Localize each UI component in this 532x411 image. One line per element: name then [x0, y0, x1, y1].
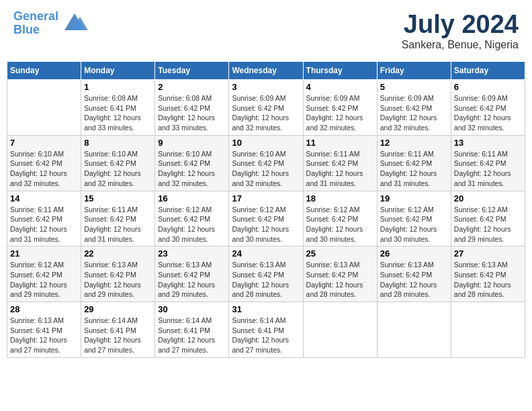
calendar-cell: 25Sunrise: 6:13 AM Sunset: 6:42 PM Dayli… — [303, 246, 377, 302]
cell-info: Sunrise: 6:14 AM Sunset: 6:41 PM Dayligh… — [232, 316, 300, 355]
calendar-cell: 1Sunrise: 6:08 AM Sunset: 6:41 PM Daylig… — [81, 80, 155, 136]
calendar-cell: 27Sunrise: 6:13 AM Sunset: 6:42 PM Dayli… — [451, 246, 525, 302]
day-number: 2 — [158, 82, 226, 92]
day-number: 11 — [306, 138, 374, 148]
day-number: 24 — [232, 248, 300, 259]
calendar-cell: 2Sunrise: 6:08 AM Sunset: 6:42 PM Daylig… — [155, 80, 229, 136]
main-title: July 2024 — [402, 10, 519, 39]
day-number: 15 — [84, 193, 152, 203]
calendar-cell: 17Sunrise: 6:12 AM Sunset: 6:42 PM Dayli… — [229, 191, 303, 246]
calendar-cell: 11Sunrise: 6:11 AM Sunset: 6:42 PM Dayli… — [303, 135, 377, 191]
subtitle: Sankera, Benue, Nigeria — [402, 39, 519, 51]
calendar-body: 1Sunrise: 6:08 AM Sunset: 6:41 PM Daylig… — [7, 80, 525, 358]
cell-info: Sunrise: 6:10 AM Sunset: 6:42 PM Dayligh… — [84, 149, 152, 189]
cell-info: Sunrise: 6:08 AM Sunset: 6:41 PM Dayligh… — [84, 93, 152, 133]
cell-info: Sunrise: 6:09 AM Sunset: 6:42 PM Dayligh… — [232, 93, 300, 133]
day-header-wednesday: Wednesday — [229, 62, 303, 80]
day-number: 1 — [84, 82, 152, 92]
week-row: 14Sunrise: 6:11 AM Sunset: 6:42 PM Dayli… — [7, 191, 525, 246]
calendar-cell: 24Sunrise: 6:13 AM Sunset: 6:42 PM Dayli… — [229, 246, 303, 302]
calendar-cell: 18Sunrise: 6:12 AM Sunset: 6:42 PM Dayli… — [303, 191, 377, 246]
cell-info: Sunrise: 6:14 AM Sunset: 6:41 PM Dayligh… — [84, 316, 152, 355]
cell-info: Sunrise: 6:09 AM Sunset: 6:42 PM Dayligh… — [454, 93, 522, 133]
cell-info: Sunrise: 6:13 AM Sunset: 6:42 PM Dayligh… — [158, 260, 226, 300]
calendar-cell — [303, 302, 377, 358]
header-row: SundayMondayTuesdayWednesdayThursdayFrid… — [7, 62, 525, 80]
calendar-cell: 12Sunrise: 6:11 AM Sunset: 6:42 PM Dayli… — [377, 135, 451, 191]
cell-info: Sunrise: 6:11 AM Sunset: 6:42 PM Dayligh… — [84, 205, 152, 244]
logo-text: General Blue — [13, 10, 58, 37]
day-number: 6 — [454, 82, 522, 92]
calendar-header: SundayMondayTuesdayWednesdayThursdayFrid… — [7, 62, 525, 80]
calendar-cell — [451, 302, 525, 358]
calendar-cell: 13Sunrise: 6:11 AM Sunset: 6:42 PM Dayli… — [451, 135, 525, 191]
day-number: 23 — [158, 248, 226, 259]
calendar-cell — [377, 302, 451, 358]
cell-info: Sunrise: 6:12 AM Sunset: 6:42 PM Dayligh… — [232, 205, 300, 244]
calendar-cell: 20Sunrise: 6:12 AM Sunset: 6:42 PM Dayli… — [451, 191, 525, 246]
calendar-cell: 16Sunrise: 6:12 AM Sunset: 6:42 PM Dayli… — [155, 191, 229, 246]
cell-info: Sunrise: 6:11 AM Sunset: 6:42 PM Dayligh… — [306, 149, 374, 189]
day-number: 21 — [10, 248, 78, 259]
cell-info: Sunrise: 6:13 AM Sunset: 6:42 PM Dayligh… — [454, 260, 522, 300]
calendar-cell: 5Sunrise: 6:09 AM Sunset: 6:42 PM Daylig… — [377, 80, 451, 136]
cell-info: Sunrise: 6:13 AM Sunset: 6:41 PM Dayligh… — [10, 316, 78, 355]
week-row: 21Sunrise: 6:12 AM Sunset: 6:42 PM Dayli… — [7, 246, 525, 302]
calendar-cell: 3Sunrise: 6:09 AM Sunset: 6:42 PM Daylig… — [229, 80, 303, 136]
day-number: 9 — [158, 138, 226, 148]
day-number: 20 — [454, 193, 522, 203]
week-row: 7Sunrise: 6:10 AM Sunset: 6:42 PM Daylig… — [7, 135, 525, 191]
cell-info: Sunrise: 6:12 AM Sunset: 6:42 PM Dayligh… — [306, 205, 374, 244]
logo-icon — [61, 10, 88, 37]
day-header-saturday: Saturday — [451, 62, 525, 80]
calendar-cell: 29Sunrise: 6:14 AM Sunset: 6:41 PM Dayli… — [81, 302, 155, 358]
day-header-monday: Monday — [81, 62, 155, 80]
calendar-cell: 9Sunrise: 6:10 AM Sunset: 6:42 PM Daylig… — [155, 135, 229, 191]
logo: General Blue — [13, 10, 88, 37]
day-number: 28 — [10, 304, 78, 314]
day-number: 10 — [232, 138, 300, 148]
cell-info: Sunrise: 6:11 AM Sunset: 6:42 PM Dayligh… — [454, 149, 522, 189]
calendar-cell: 31Sunrise: 6:14 AM Sunset: 6:41 PM Dayli… — [229, 302, 303, 358]
calendar-cell: 26Sunrise: 6:13 AM Sunset: 6:42 PM Dayli… — [377, 246, 451, 302]
day-number: 3 — [232, 82, 300, 92]
page-header: General Blue July 2024 Sankera, Benue, N… — [7, 7, 525, 54]
cell-info: Sunrise: 6:13 AM Sunset: 6:42 PM Dayligh… — [380, 260, 448, 300]
week-row: 28Sunrise: 6:13 AM Sunset: 6:41 PM Dayli… — [7, 302, 525, 358]
calendar-cell: 7Sunrise: 6:10 AM Sunset: 6:42 PM Daylig… — [7, 135, 81, 191]
day-number: 26 — [380, 248, 448, 259]
day-number: 22 — [84, 248, 152, 259]
calendar-cell: 23Sunrise: 6:13 AM Sunset: 6:42 PM Dayli… — [155, 246, 229, 302]
day-number: 27 — [454, 248, 522, 259]
day-number: 31 — [232, 304, 300, 314]
cell-info: Sunrise: 6:12 AM Sunset: 6:42 PM Dayligh… — [380, 205, 448, 244]
day-number: 7 — [10, 138, 78, 148]
day-number: 18 — [306, 193, 374, 203]
cell-info: Sunrise: 6:12 AM Sunset: 6:42 PM Dayligh… — [10, 260, 78, 300]
calendar-cell: 30Sunrise: 6:14 AM Sunset: 6:41 PM Dayli… — [155, 302, 229, 358]
cell-info: Sunrise: 6:11 AM Sunset: 6:42 PM Dayligh… — [380, 149, 448, 189]
cell-info: Sunrise: 6:10 AM Sunset: 6:42 PM Dayligh… — [232, 149, 300, 189]
cell-info: Sunrise: 6:13 AM Sunset: 6:42 PM Dayligh… — [306, 260, 374, 300]
day-number: 25 — [306, 248, 374, 259]
cell-info: Sunrise: 6:12 AM Sunset: 6:42 PM Dayligh… — [158, 205, 226, 244]
cell-info: Sunrise: 6:10 AM Sunset: 6:42 PM Dayligh… — [10, 149, 78, 189]
title-block: July 2024 Sankera, Benue, Nigeria — [402, 10, 519, 51]
cell-info: Sunrise: 6:11 AM Sunset: 6:42 PM Dayligh… — [10, 205, 78, 244]
cell-info: Sunrise: 6:12 AM Sunset: 6:42 PM Dayligh… — [454, 205, 522, 244]
calendar-cell: 28Sunrise: 6:13 AM Sunset: 6:41 PM Dayli… — [7, 302, 81, 358]
cell-info: Sunrise: 6:09 AM Sunset: 6:42 PM Dayligh… — [380, 93, 448, 133]
day-number: 12 — [380, 138, 448, 148]
cell-info: Sunrise: 6:13 AM Sunset: 6:42 PM Dayligh… — [232, 260, 300, 300]
day-number: 16 — [158, 193, 226, 203]
cell-info: Sunrise: 6:10 AM Sunset: 6:42 PM Dayligh… — [158, 149, 226, 189]
day-number: 29 — [84, 304, 152, 314]
week-row: 1Sunrise: 6:08 AM Sunset: 6:41 PM Daylig… — [7, 80, 525, 136]
day-number: 4 — [306, 82, 374, 92]
day-header-sunday: Sunday — [7, 62, 81, 80]
calendar-cell: 4Sunrise: 6:09 AM Sunset: 6:42 PM Daylig… — [303, 80, 377, 136]
day-header-tuesday: Tuesday — [155, 62, 229, 80]
calendar-cell: 22Sunrise: 6:13 AM Sunset: 6:42 PM Dayli… — [81, 246, 155, 302]
calendar-cell — [7, 80, 81, 136]
day-number: 14 — [10, 193, 78, 203]
